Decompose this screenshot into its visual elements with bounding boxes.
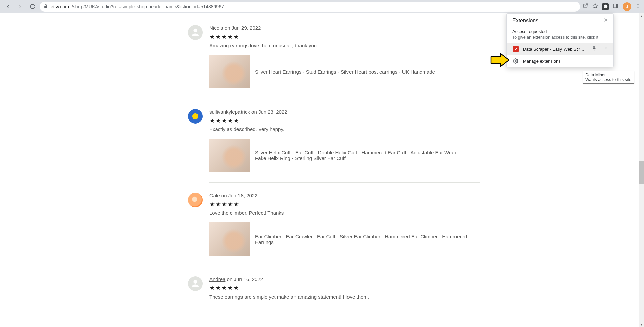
- review: Gale on Jun 18, 2022 ★★★★★ Love the clim…: [188, 193, 480, 276]
- svg-point-11: [606, 48, 606, 49]
- review-stars: ★★★★★: [209, 284, 480, 292]
- review-user-link[interactable]: Andrea: [209, 276, 225, 282]
- review: Nicola on Jun 29, 2022 ★★★★★ Amazing ear…: [188, 25, 480, 109]
- browser-toolbar: etsy.com/shop/MUKAstudio?ref=simple-shop…: [0, 0, 644, 13]
- gear-icon: [512, 58, 519, 64]
- review-product[interactable]: Silver Heart Earrings - Stud Earrings - …: [209, 55, 480, 88]
- product-name: Ear Climber - Ear Crawler - Ear Cuff - S…: [255, 234, 470, 245]
- review: Andrea on Jun 16, 2022 ★★★★★ These earri…: [188, 276, 480, 316]
- product-thumb: [209, 222, 250, 256]
- review-stars: ★★★★★: [209, 117, 480, 124]
- annotation-arrow: [490, 52, 510, 69]
- extensions-popup: Extensions Access requested To give an e…: [506, 13, 614, 67]
- address-bar[interactable]: etsy.com/shop/MUKAstudio?ref=simple-shop…: [40, 2, 580, 12]
- svg-point-5: [638, 5, 639, 6]
- review-text: Love the climber. Perfect! Thanks: [209, 210, 480, 216]
- review-byline: Nicola on Jun 29, 2022: [209, 25, 480, 31]
- extensions-popup-header: Extensions: [507, 14, 613, 28]
- back-button[interactable]: [3, 2, 13, 11]
- share-icon[interactable]: [583, 3, 588, 10]
- svg-marker-0: [593, 3, 597, 8]
- scroll-thumb[interactable]: [639, 161, 644, 184]
- review-product[interactable]: Ear Climber - Ear Crawler - Ear Cuff - S…: [209, 222, 480, 256]
- side-panel-icon[interactable]: [613, 3, 619, 10]
- tooltip: Data Miner Wants access to this site: [583, 71, 634, 84]
- forward-button[interactable]: [15, 2, 25, 11]
- product-thumb: [209, 55, 250, 88]
- pin-icon[interactable]: [590, 46, 598, 52]
- svg-point-12: [606, 49, 606, 50]
- avatar[interactable]: [188, 193, 203, 207]
- svg-point-6: [638, 7, 639, 8]
- viewport: ▲ ▼ Nicola on Jun 29, 2022 ★★★★★ Amazing…: [0, 13, 644, 327]
- review-text: These earrings are simple yet make an am…: [209, 294, 480, 300]
- review-byline: Andrea on Jun 16, 2022: [209, 276, 480, 282]
- review-text: Amazing earrings love them unusual , tha…: [209, 43, 480, 48]
- review-user-link[interactable]: Nicola: [209, 25, 223, 31]
- review-product[interactable]: Silver Helix Cuff - Ear Cuff - Double He…: [209, 139, 480, 172]
- access-requested-label: Access requested: [507, 28, 613, 35]
- scroll-down-icon[interactable]: ▼: [639, 322, 644, 327]
- bookmark-icon[interactable]: [592, 3, 598, 10]
- avatar[interactable]: [188, 276, 203, 291]
- access-requested-sub: To give an extension access to this site…: [507, 35, 613, 43]
- url-path: /shop/MUKAstudio?ref=simple-shop-header-…: [72, 4, 224, 9]
- review-stars: ★★★★★: [209, 200, 480, 208]
- manage-extensions-label: Manage extensions: [523, 59, 610, 64]
- chrome-menu-icon[interactable]: [635, 3, 641, 10]
- toolbar-right: J: [583, 2, 641, 11]
- review-user-link[interactable]: Gale: [209, 193, 220, 198]
- svg-marker-7: [491, 53, 509, 67]
- review-byline: Gale on Jun 18, 2022: [209, 193, 480, 198]
- extension-item-data-scraper[interactable]: ↗ Data Scraper - Easy Web Scrapi...: [507, 43, 613, 55]
- manage-extensions[interactable]: Manage extensions: [507, 55, 613, 67]
- close-icon[interactable]: [603, 18, 608, 24]
- svg-point-10: [606, 47, 606, 47]
- url-host: etsy.com: [51, 4, 69, 9]
- more-icon[interactable]: [602, 46, 610, 52]
- extensions-icon[interactable]: [602, 3, 609, 10]
- review-text: Exactly as described. Very happy.: [209, 126, 480, 132]
- svg-point-13: [515, 60, 516, 62]
- review: sullivankylepatrick on Jun 23, 2022 ★★★★…: [188, 109, 480, 193]
- svg-point-4: [638, 4, 639, 5]
- product-name: Silver Heart Earrings - Stud Earrings - …: [255, 69, 435, 75]
- review-user-link[interactable]: sullivankylepatrick: [209, 109, 250, 115]
- tooltip-subtitle: Wants access to this site: [585, 77, 631, 82]
- lock-icon: [44, 4, 48, 9]
- tooltip-title: Data Miner: [585, 73, 631, 77]
- scroll-up-icon[interactable]: ▲: [639, 13, 644, 19]
- avatar[interactable]: [188, 25, 203, 40]
- extensions-popup-title: Extensions: [512, 18, 538, 24]
- extension-name: Data Scraper - Easy Web Scrapi...: [523, 47, 586, 52]
- scrollbar[interactable]: ▲ ▼: [639, 13, 644, 327]
- review-byline: sullivankylepatrick on Jun 23, 2022: [209, 109, 480, 115]
- product-name: Silver Helix Cuff - Ear Cuff - Double He…: [255, 150, 470, 161]
- page-content: Nicola on Jun 29, 2022 ★★★★★ Amazing ear…: [0, 13, 515, 327]
- extension-icon: ↗: [512, 46, 519, 52]
- reviews-list: Nicola on Jun 29, 2022 ★★★★★ Amazing ear…: [188, 13, 480, 316]
- avatar[interactable]: [188, 109, 203, 124]
- reload-button[interactable]: [28, 2, 37, 11]
- profile-avatar[interactable]: J: [623, 2, 631, 11]
- product-thumb: [209, 139, 250, 172]
- review-stars: ★★★★★: [209, 33, 480, 41]
- svg-rect-3: [616, 4, 618, 8]
